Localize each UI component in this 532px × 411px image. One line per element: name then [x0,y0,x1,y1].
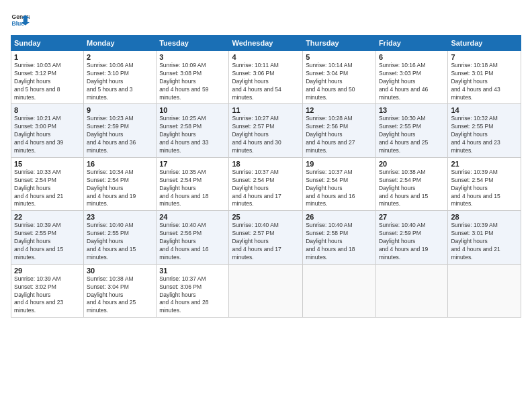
calendar-cell: 29 Sunrise: 10:39 AMSunset: 3:02 PMDayli… [11,264,84,317]
calendar-table: SundayMondayTuesdayWednesdayThursdayFrid… [11,35,521,318]
day-number: 16 [87,160,153,168]
day-number: 10 [159,106,226,114]
calendar-cell: 11 Sunrise: 10:27 AMSunset: 2:57 PMDayli… [229,104,303,157]
calendar-week-4: 22 Sunrise: 10:39 AMSunset: 2:55 PMDayli… [11,211,521,264]
weekday-saturday: Saturday [448,36,521,51]
calendar-week-2: 8 Sunrise: 10:21 AMSunset: 3:00 PMDaylig… [11,104,521,157]
day-info: Sunrise: 10:40 AMSunset: 2:58 PMDaylight… [306,222,373,261]
calendar-cell: 5 Sunrise: 10:14 AMSunset: 3:04 PMDaylig… [303,51,376,104]
day-info: Sunrise: 10:34 AMSunset: 2:54 PMDaylight… [87,169,153,208]
day-info: Sunrise: 10:11 AMSunset: 3:06 PMDaylight… [232,62,300,101]
day-number: 24 [159,213,226,221]
day-number: 28 [451,213,518,221]
day-number: 7 [451,53,518,61]
day-info: Sunrise: 10:38 AMSunset: 2:54 PMDaylight… [379,169,445,208]
day-info: Sunrise: 10:18 AMSunset: 3:01 PMDaylight… [451,62,518,101]
day-info: Sunrise: 10:37 AMSunset: 2:54 PMDaylight… [232,169,300,208]
day-info: Sunrise: 10:39 AMSunset: 3:01 PMDaylight… [451,222,518,261]
day-number: 5 [306,53,373,61]
day-info: Sunrise: 10:33 AMSunset: 2:54 PMDaylight… [14,169,81,208]
calendar-cell: 27 Sunrise: 10:40 AMSunset: 2:59 PMDayli… [375,211,447,264]
day-number: 26 [306,213,373,221]
day-info: Sunrise: 10:16 AMSunset: 3:03 PMDaylight… [379,62,445,101]
calendar-cell: 3 Sunrise: 10:09 AMSunset: 3:08 PMDaylig… [157,51,229,104]
calendar-cell: 2 Sunrise: 10:06 AMSunset: 3:10 PMDaylig… [84,51,157,104]
day-info: Sunrise: 10:32 AMSunset: 2:55 PMDaylight… [451,115,518,154]
calendar-cell: 26 Sunrise: 10:40 AMSunset: 2:58 PMDayli… [303,211,376,264]
day-number: 8 [14,106,81,114]
weekday-sunday: Sunday [11,36,84,51]
day-number: 9 [87,106,153,114]
day-number: 31 [159,267,226,275]
day-info: Sunrise: 10:30 AMSunset: 2:55 PMDaylight… [379,115,445,154]
day-info: Sunrise: 10:37 AMSunset: 2:54 PMDaylight… [306,169,373,208]
day-number: 20 [379,160,445,168]
calendar-week-1: 1 Sunrise: 10:03 AMSunset: 3:12 PMDaylig… [11,51,521,104]
day-info: Sunrise: 10:40 AMSunset: 2:55 PMDaylight… [87,222,153,261]
calendar-cell: 4 Sunrise: 10:11 AMSunset: 3:06 PMDaylig… [229,51,303,104]
day-number: 18 [232,160,300,168]
calendar-cell: 30 Sunrise: 10:38 AMSunset: 3:04 PMDayli… [84,264,157,317]
day-info: Sunrise: 10:21 AMSunset: 3:00 PMDaylight… [14,115,81,154]
page-header: General Blue [11,11,521,30]
day-info: Sunrise: 10:37 AMSunset: 3:06 PMDaylight… [159,275,226,315]
calendar-cell: 31 Sunrise: 10:37 AMSunset: 3:06 PMDayli… [157,264,229,317]
weekday-tuesday: Tuesday [157,36,229,51]
day-info: Sunrise: 10:39 AMSunset: 3:02 PMDaylight… [14,275,81,315]
day-number: 23 [87,213,153,221]
day-number: 27 [379,213,445,221]
calendar-cell: 1 Sunrise: 10:03 AMSunset: 3:12 PMDaylig… [11,51,84,104]
day-number: 19 [306,160,373,168]
day-number: 17 [159,160,226,168]
day-info: Sunrise: 10:40 AMSunset: 2:57 PMDaylight… [232,222,300,261]
day-number: 30 [87,267,153,275]
day-info: Sunrise: 10:40 AMSunset: 2:56 PMDaylight… [159,222,226,261]
weekday-wednesday: Wednesday [229,36,303,51]
calendar-cell: 6 Sunrise: 10:16 AMSunset: 3:03 PMDaylig… [375,51,447,104]
weekday-monday: Monday [84,36,157,51]
svg-text:Blue: Blue [12,20,25,27]
calendar-cell: 25 Sunrise: 10:40 AMSunset: 2:57 PMDayli… [229,211,303,264]
calendar-cell: 23 Sunrise: 10:40 AMSunset: 2:55 PMDayli… [84,211,157,264]
calendar-cell: 28 Sunrise: 10:39 AMSunset: 3:01 PMDayli… [448,211,521,264]
day-number: 6 [379,53,445,61]
calendar-cell: 8 Sunrise: 10:21 AMSunset: 3:00 PMDaylig… [11,104,84,157]
calendar-cell: 20 Sunrise: 10:38 AMSunset: 2:54 PMDayli… [375,157,447,210]
calendar-week-5: 29 Sunrise: 10:39 AMSunset: 3:02 PMDayli… [11,264,521,317]
calendar-cell: 14 Sunrise: 10:32 AMSunset: 2:55 PMDayli… [448,104,521,157]
calendar-page: General Blue SundayMondayTuesdayWednesda… [0,0,532,411]
calendar-cell [375,264,447,317]
day-info: Sunrise: 10:39 AMSunset: 2:55 PMDaylight… [14,222,81,261]
day-number: 11 [232,106,300,114]
logo: General Blue [11,11,30,30]
calendar-cell: 12 Sunrise: 10:28 AMSunset: 2:56 PMDayli… [303,104,376,157]
calendar-cell: 24 Sunrise: 10:40 AMSunset: 2:56 PMDayli… [157,211,229,264]
day-number: 2 [87,53,153,61]
calendar-cell [448,264,521,317]
day-number: 29 [14,267,81,275]
day-number: 22 [14,213,81,221]
calendar-cell: 13 Sunrise: 10:30 AMSunset: 2:55 PMDayli… [375,104,447,157]
day-number: 4 [232,53,300,61]
calendar-cell: 7 Sunrise: 10:18 AMSunset: 3:01 PMDaylig… [448,51,521,104]
day-info: Sunrise: 10:35 AMSunset: 2:54 PMDaylight… [159,169,226,208]
calendar-cell: 18 Sunrise: 10:37 AMSunset: 2:54 PMDayli… [229,157,303,210]
day-info: Sunrise: 10:38 AMSunset: 3:04 PMDaylight… [87,275,153,315]
calendar-cell: 17 Sunrise: 10:35 AMSunset: 2:54 PMDayli… [157,157,229,210]
day-number: 3 [159,53,226,61]
day-number: 1 [14,53,81,61]
day-info: Sunrise: 10:09 AMSunset: 3:08 PMDaylight… [159,62,226,101]
day-number: 21 [451,160,518,168]
calendar-cell [229,264,303,317]
day-number: 13 [379,106,445,114]
calendar-cell [303,264,376,317]
calendar-cell: 15 Sunrise: 10:33 AMSunset: 2:54 PMDayli… [11,157,84,210]
day-info: Sunrise: 10:40 AMSunset: 2:59 PMDaylight… [379,222,445,261]
calendar-cell: 19 Sunrise: 10:37 AMSunset: 2:54 PMDayli… [303,157,376,210]
logo-icon: General Blue [11,11,30,30]
day-info: Sunrise: 10:06 AMSunset: 3:10 PMDaylight… [87,62,153,101]
day-number: 14 [451,106,518,114]
calendar-cell: 22 Sunrise: 10:39 AMSunset: 2:55 PMDayli… [11,211,84,264]
day-info: Sunrise: 10:28 AMSunset: 2:56 PMDaylight… [306,115,373,154]
calendar-cell: 10 Sunrise: 10:25 AMSunset: 2:58 PMDayli… [157,104,229,157]
